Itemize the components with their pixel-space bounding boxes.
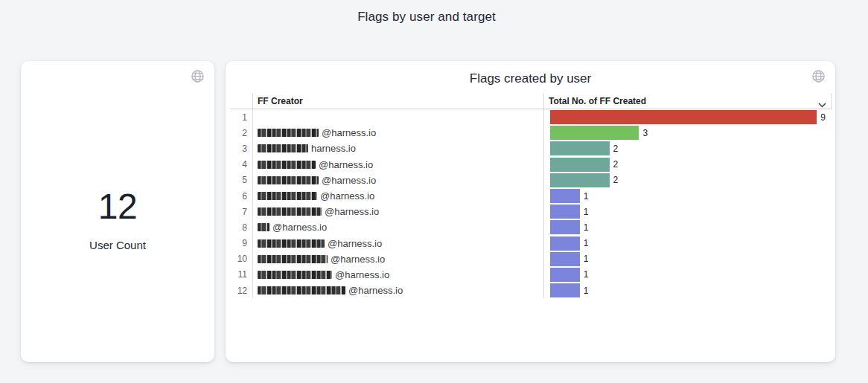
table-row: 3 harness.io 2 xyxy=(231,141,832,156)
card-title: Flags created by user xyxy=(226,71,835,86)
bar-value-label: 2 xyxy=(613,159,619,170)
ff-creator-cell: @harness.io xyxy=(252,251,543,267)
email-suffix: @harness.io xyxy=(322,175,376,186)
table-row: 4 @harness.io 2 xyxy=(231,157,832,173)
bar-value-label: 1 xyxy=(584,238,589,248)
bar-cell: 1 xyxy=(543,188,832,204)
bar-cell: 2 xyxy=(543,157,832,173)
bar-value-label: 1 xyxy=(584,286,589,296)
bar-cell: 1 xyxy=(543,236,832,251)
row-index: 3 xyxy=(231,141,252,156)
table-row: 12 @harness.io 1 xyxy=(231,283,832,298)
redacted-email-block xyxy=(258,286,345,295)
bar-cell: 2 xyxy=(543,173,832,188)
column-header-total-ff-created[interactable]: Total No. of FF Created xyxy=(549,96,646,106)
flags-created-card: Flags created by user FF Creator Total N… xyxy=(226,61,835,362)
redacted-email-block xyxy=(258,271,332,279)
ff-creator-cell: harness.io xyxy=(252,141,543,156)
ff-creator-cell: @harness.io xyxy=(252,188,543,204)
user-count-value: 12 xyxy=(98,186,137,227)
ff-creator-cell: @harness.io xyxy=(252,236,543,251)
redacted-email-block xyxy=(258,176,319,184)
ff-creator-cell: @harness.io xyxy=(252,267,543,283)
table-row: 2 @harness.io 3 xyxy=(231,125,832,141)
bar xyxy=(550,126,639,140)
email-suffix: @harness.io xyxy=(331,254,385,265)
row-index: 4 xyxy=(231,157,252,173)
ff-creator-cell: @harness.io xyxy=(252,125,543,141)
table-row: 1 9 xyxy=(231,109,832,125)
bar xyxy=(550,173,610,187)
email-suffix: @harness.io xyxy=(348,285,403,296)
ff-creator-cell: @harness.io xyxy=(252,219,543,235)
row-index: 5 xyxy=(231,173,252,188)
user-count-card: 12 User Count xyxy=(21,61,214,362)
bar-cell: 1 xyxy=(543,267,832,283)
bar-value-label: 2 xyxy=(613,144,619,154)
bar-cell: 2 xyxy=(543,141,832,156)
email-suffix: @harness.io xyxy=(328,238,382,249)
redacted-email-block xyxy=(258,161,316,169)
table-row: 6 @harness.io 1 xyxy=(231,188,832,204)
bar-value-label: 1 xyxy=(584,191,589,202)
email-suffix: @harness.io xyxy=(320,190,374,202)
table-row: 8 @harness.io 1 xyxy=(231,219,832,235)
redacted-email-block xyxy=(258,239,325,248)
row-index: 9 xyxy=(231,236,252,251)
bar xyxy=(550,236,580,251)
flags-table-body: 1 9 2 @harness.io 3 3 harness.io 2 xyxy=(231,109,832,298)
ff-creator-cell: @harness.io xyxy=(252,283,543,298)
bar-value-label: 1 xyxy=(584,222,589,233)
email-suffix: @harness.io xyxy=(325,206,379,217)
flags-table: FF Creator Total No. of FF Created 1 9 2 xyxy=(231,94,832,298)
row-index: 10 xyxy=(231,251,252,267)
table-row: 5 @harness.io 2 xyxy=(231,173,832,188)
user-count-label: User Count xyxy=(89,239,146,251)
bar-cell: 1 xyxy=(543,251,832,267)
ff-creator-cell: @harness.io xyxy=(252,173,543,188)
column-header-ff-creator[interactable]: FF Creator xyxy=(258,96,303,106)
ff-creator-cell xyxy=(252,109,543,125)
row-index: 11 xyxy=(231,267,252,283)
bar-cell: 1 xyxy=(543,283,832,298)
email-suffix: @harness.io xyxy=(322,127,376,138)
email-suffix: @harness.io xyxy=(272,222,327,233)
ff-creator-cell: @harness.io xyxy=(252,157,543,173)
bar-value-label: 1 xyxy=(584,269,589,280)
row-number-header xyxy=(231,94,252,109)
bar xyxy=(550,158,610,172)
bar-value-label: 1 xyxy=(584,254,589,264)
redacted-email-block xyxy=(258,192,317,200)
redacted-email-block xyxy=(258,129,319,137)
bar xyxy=(550,110,817,124)
row-index: 6 xyxy=(231,188,252,204)
bar-cell: 3 xyxy=(543,125,832,141)
bar xyxy=(550,205,580,219)
chevron-down-icon[interactable] xyxy=(818,97,826,111)
row-index: 2 xyxy=(231,125,252,141)
email-suffix: @harness.io xyxy=(335,269,389,280)
table-row: 10 @harness.io 1 xyxy=(231,251,832,267)
bar-cell: 9 xyxy=(543,109,832,125)
bar xyxy=(550,268,580,282)
bar-value-label: 1 xyxy=(584,207,589,217)
bar xyxy=(550,220,580,234)
bar-value-label: 3 xyxy=(642,128,648,138)
bar-value-label: 9 xyxy=(820,112,826,123)
page-title: Flags by user and target xyxy=(0,10,853,25)
user-count-stat: 12 User Count xyxy=(21,61,214,362)
redacted-email-block xyxy=(258,223,269,231)
email-suffix: @harness.io xyxy=(319,159,373,170)
row-index: 7 xyxy=(231,204,252,219)
bar xyxy=(550,283,580,297)
row-index: 1 xyxy=(231,109,252,125)
table-row: 7 @harness.io 1 xyxy=(231,204,832,219)
bar xyxy=(550,252,580,266)
bar-cell: 1 xyxy=(543,204,832,219)
bar-value-label: 2 xyxy=(613,175,619,185)
ff-creator-cell: @harness.io xyxy=(252,204,543,219)
redacted-email-block xyxy=(258,207,322,216)
redacted-email-block xyxy=(258,144,308,152)
row-index: 8 xyxy=(231,219,252,235)
bar xyxy=(550,141,610,155)
